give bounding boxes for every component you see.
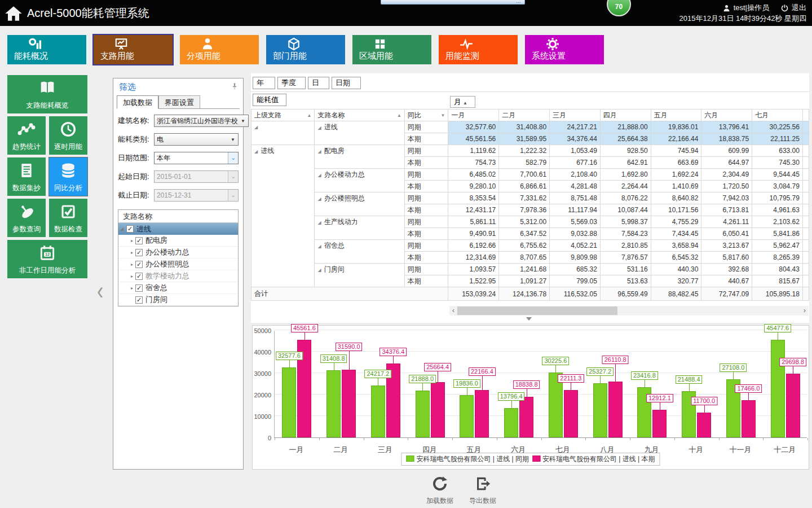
branch-tree: 支路名称 ◢✓进线▸✓配电房▸✓办公楼动力总▸✓办公楼照明总▸✓教学楼动力总▸✓… xyxy=(118,209,239,306)
checkbox-checked-icon[interactable]: ✓ xyxy=(135,296,143,304)
collapsed-popup[interactable]: … xyxy=(381,0,525,5)
nav-tab-energy-monitor[interactable]: 用能监测 xyxy=(439,35,518,64)
field-control-0[interactable]: 浙江省锦绣江山外国语学校▼ xyxy=(154,115,249,127)
column-header-9[interactable]: 七月 xyxy=(752,110,803,121)
tree-item-child[interactable]: ▸✓配电房 xyxy=(118,235,238,247)
sidebar-item-label: 数据检查 xyxy=(49,225,87,234)
collapsed-arrow-icon[interactable]: ▸ xyxy=(129,274,135,279)
filter-tab-0[interactable]: 加载数据 xyxy=(117,95,158,109)
expander-icon[interactable]: ◢ xyxy=(254,149,258,154)
tree-item-root[interactable]: ◢✓进线 xyxy=(118,223,238,235)
bar-tongqi xyxy=(416,391,430,437)
sidebar-item-yoy-analysis[interactable]: 同比分析 xyxy=(49,157,87,196)
sidebar-item-data-check[interactable]: 数据检查 xyxy=(49,199,87,237)
expander-icon[interactable]: ◢ xyxy=(254,125,258,130)
sidebar-item-hourly-energy[interactable]: 逐时用能 xyxy=(49,116,87,155)
column-header-4[interactable]: 二月 xyxy=(499,110,550,121)
nav-tab-energy-overview[interactable]: 能耗概况 xyxy=(7,35,86,64)
tree-item-label: 教学楼动力总 xyxy=(145,271,189,281)
value-cell: 5,841.86 xyxy=(752,228,803,240)
filter-fields: 建筑名称:浙江省锦绣江山外国语学校▼能耗类别:电▼日期范围:本年⌄起始日期:20… xyxy=(117,115,240,202)
period-button-3[interactable]: 日期 xyxy=(332,77,361,89)
column-header-7[interactable]: 五月 xyxy=(651,110,701,121)
data-label-benqi: 25664.4 xyxy=(424,363,451,371)
tree-item-label: 配电房 xyxy=(145,235,167,246)
value-type-button[interactable]: 能耗值 xyxy=(253,94,286,106)
scrollbar-thumb[interactable] xyxy=(457,306,617,315)
pin-icon[interactable] xyxy=(231,82,239,90)
scroll-left-icon[interactable]: ‹ xyxy=(449,306,457,316)
checkbox-checked-icon[interactable]: ✓ xyxy=(135,273,143,280)
collapsed-arrow-icon[interactable]: ▸ xyxy=(129,286,135,291)
checkbox-checked-icon[interactable]: ✓ xyxy=(135,284,143,292)
expander-icon[interactable]: ◢ xyxy=(118,226,125,231)
collapsed-arrow-icon[interactable]: ▸ xyxy=(129,238,135,243)
value-cell: 5,861.11 xyxy=(448,216,499,228)
tree-item-child[interactable]: ▸✓办公楼动力总 xyxy=(118,247,238,259)
filter-tab-1[interactable]: 界面设置 xyxy=(158,95,200,109)
sidebar-item-nonworkday-analysis[interactable]: 12非工作日用能分析 xyxy=(7,240,87,278)
month-sort-button[interactable]: 月▲ xyxy=(450,96,475,108)
table-head: 上级支路▲支路名称▲同比▼一月二月三月四月五月六月七月 xyxy=(251,110,809,121)
collapsed-arrow-icon[interactable]: ▸ xyxy=(129,250,135,255)
gridline xyxy=(275,330,807,330)
legend-label: 安科瑞电气股份有限公司 | 进线 | 同期 xyxy=(416,455,529,463)
scroll-right-icon[interactable]: › xyxy=(801,306,809,316)
collapse-table-chevron[interactable] xyxy=(526,317,532,322)
tree-item-label: 办公楼动力总 xyxy=(145,247,189,257)
sidebar-item-trend-stats[interactable]: 趋势统计 xyxy=(7,116,46,155)
expander-icon[interactable]: ◢ xyxy=(317,125,321,130)
column-header-1[interactable]: 支路名称▲ xyxy=(315,110,404,121)
sidebar-item-param-query[interactable]: 参数查询 xyxy=(7,199,46,237)
expander-icon[interactable]: ◢ xyxy=(317,268,321,273)
logout-button[interactable]: 退出 xyxy=(792,2,806,14)
period-button-1[interactable]: 季度 xyxy=(277,77,306,89)
tree-item-child[interactable]: ▸✓宿舍总 xyxy=(118,282,238,294)
expander-icon[interactable]: ◢ xyxy=(317,149,321,154)
nav-tab-branch-energy[interactable]: 支路用能 xyxy=(94,35,173,64)
column-header-3[interactable]: 一月 xyxy=(448,110,499,121)
sidebar-item-branch-overview[interactable]: 支路能耗概览 xyxy=(7,75,87,113)
nav-tab-system-settings[interactable]: 系统设置 xyxy=(525,35,604,64)
checkbox-checked-icon[interactable]: ✓ xyxy=(126,225,134,233)
column-header-6[interactable]: 四月 xyxy=(600,110,651,121)
nav-tab-label: 能耗概况 xyxy=(14,51,48,62)
expander-icon[interactable]: ◢ xyxy=(317,244,321,249)
tree-item-label: 门房间 xyxy=(145,295,167,305)
compare-type-cell: 同期 xyxy=(404,240,448,252)
sidebar-item-data-reading[interactable]: 数据集抄 xyxy=(7,157,46,196)
field-control-1[interactable]: 电▼ xyxy=(154,133,239,146)
value-cell: 1,241.68 xyxy=(499,264,550,275)
period-button-0[interactable]: 年 xyxy=(253,77,275,89)
expander-icon[interactable]: ◢ xyxy=(317,173,321,178)
collapse-sidebar-arrow[interactable]: ‹ xyxy=(97,277,103,305)
home-icon[interactable] xyxy=(5,5,23,23)
nav-tab-area-energy[interactable]: 区域用能 xyxy=(352,35,431,64)
collapsed-arrow-icon[interactable]: ▸ xyxy=(129,262,135,267)
checkbox-checked-icon[interactable]: ✓ xyxy=(135,261,143,268)
total-value-cell: 116,532.05 xyxy=(550,287,601,301)
tree-item-child[interactable]: ▸✓教学楼动力总 xyxy=(118,270,238,282)
x-category-label: 一月 xyxy=(276,445,316,455)
nav-tab-subitem-energy[interactable]: 分项用能 xyxy=(180,35,259,64)
export-data-button[interactable]: 导出数据 xyxy=(465,475,501,506)
expander-icon[interactable]: ◢ xyxy=(317,196,321,202)
tree-item-child[interactable]: ▸✓办公楼照明总 xyxy=(118,259,238,270)
checkbox-checked-icon[interactable]: ✓ xyxy=(135,249,143,256)
column-header-2[interactable]: 同比▼ xyxy=(404,110,448,121)
value-cell: 7,584.23 xyxy=(600,228,651,240)
book-icon xyxy=(38,79,56,97)
column-header-5[interactable]: 三月 xyxy=(550,110,601,121)
extra-cell xyxy=(802,121,809,133)
horizontal-scrollbar[interactable]: ‹ › xyxy=(449,306,809,316)
tree-item-child[interactable]: ✓门房间 xyxy=(118,294,238,306)
checkbox-checked-icon[interactable]: ✓ xyxy=(135,237,143,244)
label-stem xyxy=(733,372,734,379)
nav-tab-department-energy[interactable]: 部门用能 xyxy=(266,35,345,64)
expander-icon[interactable]: ◢ xyxy=(317,220,321,225)
reload-data-button[interactable]: 加载数据 xyxy=(422,475,458,506)
column-header-0[interactable]: 上级支路▲ xyxy=(251,110,315,121)
field-control-2[interactable]: 本年⌄ xyxy=(154,152,239,164)
period-button-2[interactable]: 日 xyxy=(308,77,329,89)
column-header-8[interactable]: 六月 xyxy=(701,110,752,121)
